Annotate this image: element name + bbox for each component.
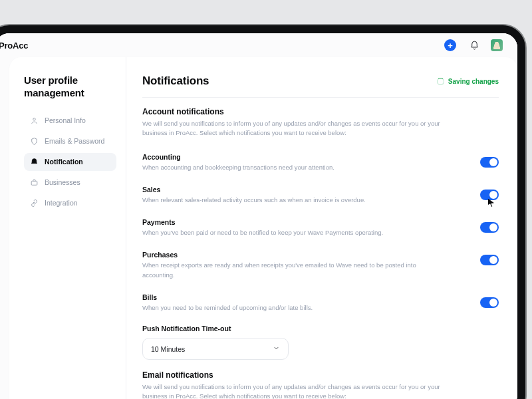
spinner-icon	[437, 78, 444, 85]
add-button[interactable]: +	[443, 38, 458, 53]
device-frame: ProAcc + User profile management Persona	[0, 25, 525, 399]
brand-logo: ProAcc	[0, 41, 28, 51]
sidebar-item-label: Emails & Password	[45, 137, 104, 145]
avatar[interactable]	[491, 39, 503, 51]
plus-icon: +	[444, 39, 456, 51]
main-header: Notifications Saving changes	[142, 74, 499, 98]
sidebar-nav: Personal Info Emails & Password Notifica…	[24, 112, 116, 212]
svg-point-0	[33, 118, 35, 120]
sidebar-item-businesses[interactable]: Businesses	[24, 174, 116, 192]
setting-label: Bills	[142, 293, 464, 301]
timeout-select[interactable]: 10 Minutes	[142, 338, 289, 360]
save-status-label: Saving changes	[448, 78, 499, 85]
toggle-purchases[interactable]	[480, 255, 499, 265]
sidebar-item-label: Businesses	[45, 178, 80, 186]
link-icon	[30, 199, 39, 207]
sidebar-item-label: Notification	[45, 158, 83, 166]
toggle-payments[interactable]	[480, 222, 499, 233]
toggle-accounting[interactable]	[480, 157, 499, 168]
sidebar-item-integration[interactable]: Integration	[24, 194, 116, 212]
setting-desc: When accounting and bookkeeping transact…	[142, 163, 435, 172]
setting-desc: When relevant sales-related activity occ…	[142, 196, 435, 205]
account-section-title: Account notifications	[142, 107, 499, 116]
sidebar-item-personal-info[interactable]: Personal Info	[24, 112, 116, 130]
account-section-desc: We will send you notifications to inform…	[142, 119, 462, 138]
setting-label: Accounting	[142, 153, 464, 161]
timeout-label: Push Notification Time-out	[142, 325, 499, 332]
content-card: User profile management Personal Info Em…	[9, 57, 517, 399]
setting-label: Sales	[142, 186, 464, 194]
setting-desc: When you've been paid or need to be noti…	[142, 228, 435, 237]
sidebar: User profile management Personal Info Em…	[9, 57, 126, 399]
sidebar-item-label: Personal Info	[45, 116, 86, 124]
email-section-title: Email notifications	[142, 370, 499, 380]
timeout-value: 10 Minutes	[151, 345, 185, 353]
setting-purchases: Purchases When receipt exports are ready…	[142, 245, 499, 288]
screen: ProAcc + User profile management Persona	[0, 33, 517, 399]
bell-icon	[469, 41, 479, 51]
setting-sales: Sales When relevant sales-related activi…	[142, 180, 499, 213]
page-title: Notifications	[142, 74, 209, 88]
svg-rect-1	[31, 181, 37, 185]
sidebar-item-emails-password[interactable]: Emails & Password	[24, 132, 116, 150]
setting-label: Purchases	[142, 251, 464, 259]
briefcase-icon	[30, 178, 39, 187]
sidebar-title: User profile management	[24, 74, 116, 100]
setting-label: Payments	[142, 218, 464, 226]
user-icon	[30, 116, 39, 125]
setting-accounting: Accounting When accounting and bookkeepi…	[142, 148, 499, 180]
shield-icon	[30, 137, 39, 146]
main-panel: Notifications Saving changes Account not…	[126, 57, 517, 399]
setting-payments: Payments When you've been paid or need t…	[142, 213, 499, 245]
toggle-sales[interactable]	[480, 190, 499, 200]
timeout-field: Push Notification Time-out 10 Minutes	[142, 321, 499, 370]
chevron-down-icon	[273, 344, 280, 353]
topbar: ProAcc +	[0, 33, 517, 57]
save-status: Saving changes	[437, 78, 499, 85]
setting-desc: When receipt exports are ready and when …	[142, 261, 435, 280]
sidebar-item-label: Integration	[45, 199, 78, 207]
email-section-desc: We will send you notifications to inform…	[142, 382, 462, 399]
sidebar-item-notification[interactable]: Notification	[24, 153, 116, 171]
toggle-bills[interactable]	[480, 297, 499, 308]
setting-desc: When you need to be reminded of upcoming…	[142, 303, 435, 313]
bell-filled-icon	[30, 158, 39, 166]
notifications-button[interactable]	[467, 38, 481, 53]
setting-bills: Bills When you need to be reminded of up…	[142, 288, 499, 321]
